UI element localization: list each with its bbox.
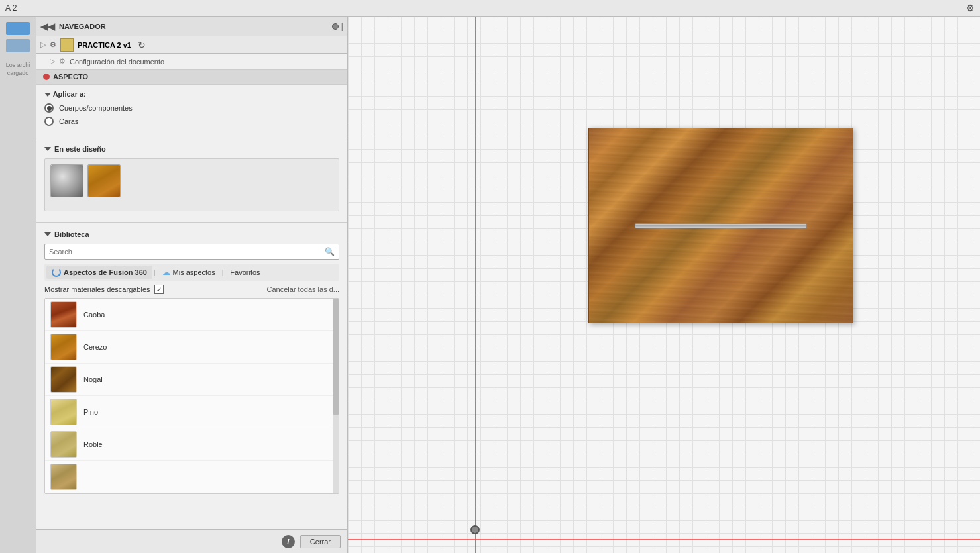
pino-thumb [50, 399, 77, 425]
material-caoba[interactable]: Caoba [45, 299, 339, 331]
generic-thumb [50, 464, 77, 490]
nav-project-row: ▷ ⚙ PRACTICA 2 v1 ↻ [36, 36, 347, 54]
en-este-thumbnails [44, 158, 339, 211]
roble-name: Roble [83, 440, 103, 448]
cerezo-thumb [50, 334, 77, 360]
triangle-aplicar [44, 93, 51, 97]
library-tabs: Aspectos de Fusion 360 | ☁ Mis aspectos … [44, 264, 339, 281]
settings-icon[interactable]: ⚙ [966, 3, 975, 13]
scrollbar-track[interactable] [333, 299, 339, 493]
nav-dot [332, 23, 339, 30]
search-input[interactable] [45, 245, 321, 258]
material-roble[interactable]: Roble [45, 428, 339, 461]
mostrar-label: Mostrar materiales descargables [44, 285, 150, 293]
red-dot [43, 74, 50, 80]
aspecto-label: ASPECTO [53, 73, 88, 81]
main-layout: Los archicargado ◀◀ NAVEGADOR | ▷ ⚙ PRAC… [0, 17, 980, 553]
horizontal-guide-line [348, 539, 980, 540]
radio-caras-btn[interactable] [44, 117, 54, 126]
cerrar-button[interactable]: Cerrar [300, 535, 341, 548]
mostrar-row: Mostrar materiales descargables Cancelar… [44, 285, 339, 294]
nogal-name: Nogal [83, 376, 103, 383]
material-pino[interactable]: Pino [45, 396, 339, 428]
roble-thumb [50, 431, 77, 458]
triangle-biblioteca [44, 232, 51, 236]
left-panel: Los archicargado [0, 17, 36, 553]
gear-icon: ⚙ [50, 40, 56, 49]
left-tool-btn2[interactable] [6, 39, 30, 52]
materials-list: Caoba Cerezo Nogal Pino [44, 298, 339, 494]
caras-label: Caras [59, 117, 78, 125]
info-icon[interactable]: i [282, 535, 295, 548]
tab-sep1: | [154, 269, 156, 276]
cerezo-name: Cerezo [83, 343, 107, 351]
caoba-thumb [50, 301, 77, 328]
cancelar-link[interactable]: Cancelar todas las d... [267, 285, 339, 293]
wood-object[interactable] [588, 128, 853, 323]
origin-dot [470, 525, 480, 534]
doc-icon [60, 38, 74, 52]
config-arrow: ▷ [50, 57, 55, 66]
back-icon[interactable]: ◀◀ [40, 21, 55, 32]
aspecto-footer: i Cerrar [36, 529, 347, 553]
material-generic[interactable] [45, 461, 339, 493]
scrollbar-thumb[interactable] [333, 299, 339, 415]
en-este-section: En este diseño [36, 141, 347, 219]
biblioteca-section: Biblioteca 🔍 Aspectos de Fusion 360 | ☁ [36, 225, 347, 499]
biblioteca-label: Biblioteca [44, 230, 339, 238]
nogal-thumb [50, 366, 77, 393]
material-nogal[interactable]: Nogal [45, 364, 339, 396]
aspecto-header: ASPECTO [36, 70, 347, 85]
left-tool-btn1[interactable] [6, 22, 30, 35]
window-title: A 2 [5, 3, 17, 13]
material-cerezo[interactable]: Cerezo [45, 331, 339, 364]
project-label: PRACTICA 2 v1 [78, 41, 131, 49]
cuerpos-label: Cuerpos/componentes [59, 104, 133, 112]
tab-sep2: | [222, 269, 224, 276]
tab-mis-aspectos[interactable]: ☁ Mis aspectos [157, 266, 221, 279]
nav-pipe[interactable]: | [341, 22, 343, 31]
radio-cuerpos[interactable]: Cuerpos/componentes [44, 103, 339, 113]
thumbnail-metal[interactable] [50, 164, 83, 197]
handle-bar [635, 223, 807, 228]
aspecto-content: ASPECTO Aplicar a: Cuerpos/componentes C… [36, 70, 347, 529]
caoba-name: Caoba [83, 311, 105, 319]
nav-config-row: ▷ ⚙ Configuración del documento [36, 54, 347, 70]
tab-fusion360[interactable]: Aspectos de Fusion 360 [46, 266, 152, 279]
vertical-guide-line [475, 17, 476, 553]
refresh-circle: ↻ [138, 40, 146, 50]
en-este-label: En este diseño [44, 145, 339, 153]
pino-name: Pino [83, 408, 98, 416]
refresh-icon [52, 268, 61, 277]
search-bar[interactable]: 🔍 [44, 244, 339, 260]
tab-favoritos[interactable]: Favoritos [225, 266, 265, 278]
triangle-icon: ▷ [40, 40, 46, 49]
left-archive-label: Los archicargado [6, 62, 30, 77]
mostrar-checkbox[interactable] [154, 285, 164, 294]
radio-caras[interactable]: Caras [44, 117, 339, 126]
config-label: Configuración del documento [70, 58, 164, 66]
navigator-label: NAVEGADOR [59, 23, 106, 30]
aspecto-panel: ◀◀ NAVEGADOR | ▷ ⚙ PRACTICA 2 v1 ↻ ▷ ⚙ C… [36, 17, 348, 553]
config-gear: ⚙ [59, 57, 66, 66]
aplicar-section: Aplicar a: Cuerpos/componentes Caras [36, 85, 347, 135]
search-icon[interactable]: 🔍 [321, 244, 339, 259]
navigator-header: ◀◀ NAVEGADOR | [36, 17, 347, 36]
viewport [348, 17, 980, 553]
cloud-icon: ☁ [162, 268, 170, 277]
thumbnail-wood[interactable] [87, 164, 121, 197]
radio-cuerpos-btn[interactable] [44, 103, 54, 113]
triangle-en-este [44, 147, 51, 151]
top-bar: A 2 ⚙ [0, 0, 980, 17]
aplicar-label: Aplicar a: [44, 90, 339, 98]
